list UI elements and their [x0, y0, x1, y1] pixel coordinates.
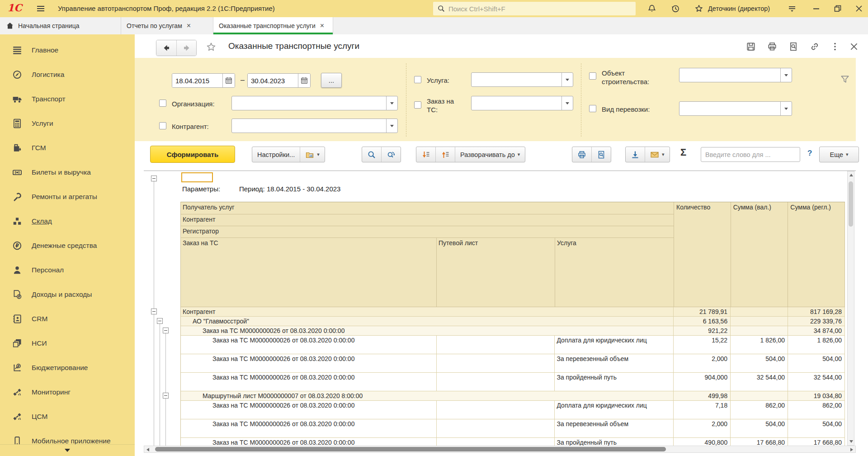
sidebar-item-цсм[interactable]: ЦСМ	[0, 404, 135, 429]
scroll-left-icon[interactable]	[146, 448, 149, 451]
close-window-icon[interactable]	[854, 4, 863, 13]
report-group-row[interactable]: Контрагент21 789,91817 169,28	[181, 307, 845, 317]
contractor-checkbox[interactable]	[159, 122, 166, 129]
date-from-input[interactable]	[172, 74, 222, 87]
date-from-field[interactable]	[172, 73, 235, 88]
calendar-icon[interactable]	[222, 74, 235, 87]
vehicle-order-checkbox[interactable]	[414, 101, 421, 109]
sidebar-item-денежные-средства[interactable]: ₽Денежные средства	[0, 233, 135, 258]
sum-sigma-button[interactable]: Σ	[680, 147, 686, 158]
transportation-kind-checkbox[interactable]	[589, 105, 596, 112]
help-button[interactable]: ?	[807, 149, 812, 158]
report-detail-row[interactable]: Заказ на ТС М0000000026 от 08.03.2020 0:…	[181, 438, 845, 446]
horizontal-scrollbar[interactable]	[144, 446, 856, 453]
sidebar-item-логистика[interactable]: Логистика	[0, 62, 135, 87]
history-icon[interactable]	[671, 4, 680, 13]
vertical-scrollbar[interactable]	[847, 171, 854, 446]
report-detail-row[interactable]: Заказ на ТС М0000000026 от 08.03.2020 0:…	[181, 373, 845, 391]
header-sum-currency[interactable]: Сумма (вал.)	[731, 202, 788, 307]
date-to-field[interactable]	[247, 73, 311, 88]
selected-cell[interactable]	[181, 172, 213, 182]
global-search[interactable]	[433, 2, 636, 15]
find-next-button[interactable]	[381, 147, 401, 162]
construction-object-combo[interactable]	[679, 68, 792, 82]
current-user[interactable]: Деточкин (директор)	[708, 5, 770, 12]
more-actions-icon[interactable]	[830, 42, 840, 52]
tree-expander[interactable]	[163, 328, 169, 333]
link-icon[interactable]	[810, 42, 820, 52]
tab-close-icon[interactable]: ×	[320, 22, 324, 29]
dropdown-arrow-icon[interactable]	[561, 73, 573, 86]
horizontal-scroll-thumb[interactable]	[155, 447, 666, 451]
print-preview-button[interactable]	[591, 147, 611, 162]
report-detail-row[interactable]: Заказ на ТС М0000000026 от 08.03.2020 0:…	[181, 336, 845, 354]
service-combo[interactable]	[471, 72, 573, 87]
expand-groups-button[interactable]	[435, 147, 455, 162]
generate-button[interactable]: Сформировать	[150, 146, 235, 163]
back-button[interactable]	[156, 40, 176, 56]
sidebar-item-билеты-и-выручка[interactable]: Билеты и выручка	[0, 160, 135, 185]
sidebar-scroll-more[interactable]	[0, 444, 135, 456]
header-recipient[interactable]: Получатель услуг	[181, 202, 674, 214]
filter-funnel-icon[interactable]	[840, 74, 850, 84]
print-icon[interactable]	[767, 42, 777, 52]
sidebar-item-склад[interactable]: Склад	[0, 209, 135, 233]
dropdown-arrow-icon[interactable]	[386, 119, 397, 133]
sidebar-item-бюджетирование[interactable]: ₽Бюджетирование	[0, 356, 135, 380]
tree-expander[interactable]	[151, 309, 157, 314]
organization-checkbox[interactable]	[159, 100, 166, 107]
preview-icon[interactable]	[788, 42, 798, 52]
collapse-groups-button[interactable]	[416, 147, 435, 162]
find-button[interactable]	[362, 147, 381, 162]
header-registrar[interactable]: Регистратор	[181, 226, 674, 238]
scroll-up-icon[interactable]	[849, 174, 853, 176]
scroll-right-icon[interactable]	[850, 448, 853, 451]
tab-provided-transport-services[interactable]: Оказанные транспортные услуги×	[213, 17, 333, 34]
favorites-star-icon[interactable]	[694, 4, 703, 13]
settings-button[interactable]: Настройки...	[252, 147, 300, 162]
dropdown-arrow-icon[interactable]	[386, 96, 397, 110]
calendar-icon[interactable]	[298, 74, 310, 87]
report-variants-button[interactable]: ▾	[300, 147, 325, 162]
sidebar-item-услуги[interactable]: Услуги	[0, 111, 135, 136]
period-more-button[interactable]: ...	[321, 73, 342, 88]
report-detail-row[interactable]: Заказ на ТС М0000000026 от 08.03.2020 0:…	[181, 401, 845, 419]
forward-button[interactable]	[176, 40, 196, 56]
sidebar-item-мониторинг[interactable]: Мониторинг	[0, 380, 135, 404]
report-detail-row[interactable]: Заказ на ТС М0000000026 от 08.03.2020 0:…	[181, 354, 845, 373]
save-icon[interactable]	[746, 42, 756, 52]
header-waybill[interactable]: Путевой лист	[437, 238, 555, 307]
header-sum-regulated[interactable]: Сумма (регл.)	[788, 202, 845, 307]
sidebar-item-транспорт[interactable]: Транспорт	[0, 87, 135, 111]
sidebar-item-гсм[interactable]: ГСМ	[0, 136, 135, 160]
sidebar-item-нси[interactable]: НСИ	[0, 331, 135, 356]
tree-expander[interactable]	[163, 393, 169, 399]
vertical-scroll-thumb[interactable]	[849, 181, 853, 227]
report-group-row[interactable]: Маршрутный лист М0000000007 от 08.03.202…	[181, 391, 845, 401]
service-checkbox[interactable]	[414, 76, 421, 83]
contractor-combo[interactable]	[231, 119, 398, 133]
header-quantity[interactable]: Количество	[674, 202, 731, 307]
dropdown-arrow-icon[interactable]	[561, 96, 573, 110]
close-report-icon[interactable]	[849, 42, 859, 52]
header-service[interactable]: Услуга	[555, 238, 674, 307]
dropdown-arrow-icon[interactable]	[780, 102, 792, 115]
service-menu-icon[interactable]	[788, 4, 797, 13]
vehicle-order-combo[interactable]	[471, 96, 573, 110]
date-to-input[interactable]	[248, 74, 298, 87]
report-group-row[interactable]: АО "Главмосстрой"6 163,56229 339,76	[181, 317, 845, 326]
hamburger-menu-icon[interactable]	[36, 4, 45, 13]
header-vehicle-order[interactable]: Заказ на ТС	[181, 238, 437, 307]
restore-window-icon[interactable]	[833, 4, 842, 13]
favorite-star-icon[interactable]	[206, 42, 217, 52]
more-button[interactable]: Еще ▾	[820, 147, 859, 162]
tree-expander[interactable]	[151, 176, 157, 181]
sidebar-item-мобильное-приложение[interactable]: Мобильное приложение	[0, 429, 135, 444]
scroll-down-icon[interactable]	[849, 440, 853, 443]
sidebar-item-персонал[interactable]: Персонал	[0, 258, 135, 282]
send-mail-button[interactable]: ▾	[645, 147, 670, 162]
transportation-kind-combo[interactable]	[679, 101, 792, 116]
tab-close-icon[interactable]: ×	[187, 22, 191, 29]
quick-search-input[interactable]	[701, 147, 800, 162]
sidebar-item-доходы-и-расходы[interactable]: ₽Доходы и расходы	[0, 282, 135, 307]
